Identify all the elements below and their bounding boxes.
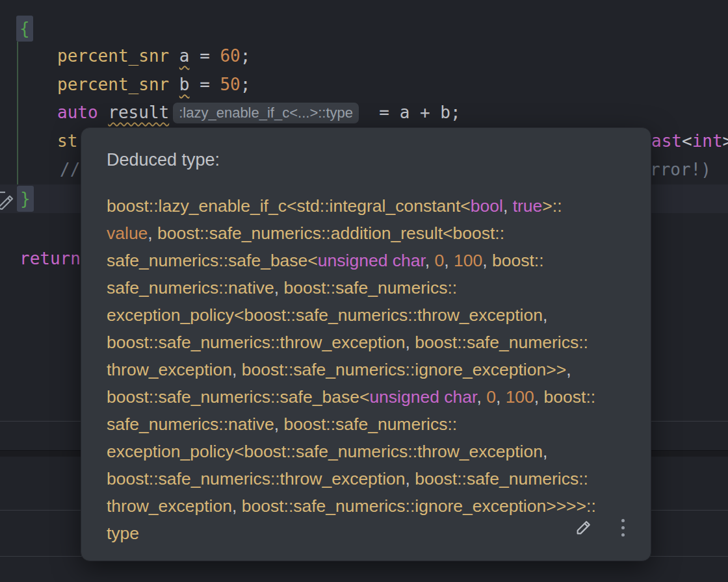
code-line-cast: ast<int> bbox=[651, 127, 728, 155]
type-token: , bbox=[232, 360, 242, 379]
open-brace-line: { bbox=[16, 14, 33, 42]
code-line-b: percent_snr b = 50; bbox=[57, 71, 250, 99]
type-token: boost::safe_numerics::safe_base< bbox=[107, 387, 369, 407]
type-token: boost:: bbox=[544, 387, 596, 407]
kebab-menu-icon[interactable] bbox=[612, 516, 634, 538]
type-token: , bbox=[232, 496, 242, 516]
code-token: > bbox=[723, 127, 728, 155]
type-token: , bbox=[444, 251, 454, 270]
code-token: percent_snr bbox=[57, 42, 169, 70]
popup-type-line: boost::lazy_enable_if_c<std::integral_co… bbox=[107, 192, 634, 220]
type-token: unsigned char bbox=[318, 251, 425, 270]
code-token: 60 bbox=[220, 42, 240, 70]
popup-type-text: boost::lazy_enable_if_c<std::integral_co… bbox=[107, 192, 634, 547]
type-token: , bbox=[543, 305, 547, 325]
code-token: // bbox=[60, 156, 80, 184]
code-line-a: percent_snr a = 60; bbox=[57, 42, 250, 70]
type-token: safe_numerics::safe_base< bbox=[107, 251, 318, 270]
type-token: boost::safe_numerics:: bbox=[284, 278, 458, 297]
code-token: ast bbox=[651, 127, 682, 155]
code-token: = bbox=[190, 42, 220, 70]
type-token: boost::safe_numerics::throw_exception bbox=[107, 469, 406, 488]
type-token: exception_policy<boost::safe_numerics::t… bbox=[107, 442, 543, 461]
type-token: 100 bbox=[454, 251, 482, 270]
code-line-comment-end: rror!) bbox=[650, 156, 711, 184]
code-token: return bbox=[20, 245, 81, 273]
type-token: boost::safe_numerics::ignore_exception>>… bbox=[242, 496, 596, 516]
type-token: boost::safe_numerics:: bbox=[415, 333, 588, 352]
code-token bbox=[169, 71, 179, 99]
type-token: unsigned char bbox=[369, 387, 476, 407]
type-token: boost::safe_numerics::addition_result<bo… bbox=[157, 223, 504, 243]
type-token: 0 bbox=[435, 251, 445, 270]
popup-title: Deduced type: bbox=[107, 150, 220, 170]
popup-type-line: exception_policy<boost::safe_numerics::t… bbox=[107, 438, 634, 465]
code-token bbox=[169, 42, 179, 70]
type-token: >:: bbox=[542, 196, 562, 216]
code-token: < bbox=[682, 127, 692, 155]
type-token: , bbox=[503, 196, 513, 216]
type-token: , bbox=[476, 387, 486, 407]
close-brace-line: } bbox=[17, 184, 34, 212]
popup-footer bbox=[573, 516, 634, 538]
type-token: boost::safe_numerics::ignore_exception>> bbox=[242, 360, 566, 379]
popup-type-line: throw_exception, boost::safe_numerics::i… bbox=[107, 356, 634, 383]
code-token: ; bbox=[240, 42, 251, 70]
code-line-comment: // bbox=[60, 156, 80, 184]
popup-type-line: boost::safe_numerics::throw_exception, b… bbox=[107, 465, 634, 492]
code-token: { bbox=[16, 16, 33, 42]
code-line-st: st bbox=[57, 127, 77, 155]
type-token: , bbox=[406, 333, 415, 352]
type-token: bool bbox=[471, 196, 503, 216]
type-token: boost:: bbox=[492, 251, 544, 270]
type-token: boost::safe_numerics:: bbox=[284, 414, 458, 434]
code-line-return: return bbox=[20, 245, 81, 273]
deduced-type-popup: Deduced type: boost::lazy_enable_if_c<st… bbox=[81, 127, 651, 561]
code-token: = bbox=[190, 71, 220, 99]
code-token: int bbox=[692, 127, 723, 155]
type-token: , bbox=[534, 387, 544, 407]
type-token: , bbox=[543, 442, 547, 461]
type-token: value bbox=[107, 223, 148, 243]
type-token: type bbox=[107, 524, 139, 543]
code-token: 50 bbox=[220, 71, 240, 99]
popup-type-line: safe_numerics::native, boost::safe_numer… bbox=[107, 274, 634, 301]
popup-type-line: type bbox=[107, 520, 634, 547]
inlay-hint-chip[interactable]: :lazy_enable_if_c<...>::type bbox=[173, 103, 359, 123]
type-token: , bbox=[566, 360, 571, 379]
type-token: safe_numerics::native bbox=[107, 414, 274, 434]
code-token: result bbox=[108, 99, 169, 127]
popup-type-line: safe_numerics::native, boost::safe_numer… bbox=[107, 411, 634, 438]
code-token: a bbox=[179, 42, 190, 70]
code-token: ; bbox=[240, 71, 251, 99]
code-token: percent_snr bbox=[57, 71, 169, 99]
type-token: boost::safe_numerics:: bbox=[415, 469, 588, 488]
pencil-icon[interactable] bbox=[573, 516, 595, 538]
type-token: 100 bbox=[506, 387, 534, 407]
code-token: st bbox=[57, 127, 77, 155]
code-token: auto bbox=[57, 99, 98, 127]
pencil-edit-icon[interactable] bbox=[0, 190, 17, 212]
code-token: rror!) bbox=[650, 156, 711, 184]
type-token: , bbox=[425, 251, 435, 270]
type-token: boost::lazy_enable_if_c<std::integral_co… bbox=[107, 196, 471, 216]
type-token: , bbox=[274, 414, 284, 434]
type-token: , bbox=[482, 251, 492, 270]
type-token: boost::safe_numerics::throw_exception bbox=[107, 333, 406, 352]
popup-type-line: boost::safe_numerics::throw_exception, b… bbox=[107, 329, 634, 356]
type-token: true bbox=[513, 196, 543, 216]
popup-type-line: value, boost::safe_numerics::addition_re… bbox=[107, 220, 634, 247]
type-token: throw_exception bbox=[107, 496, 232, 516]
type-token: , bbox=[406, 469, 415, 488]
indent-guide-line bbox=[17, 42, 18, 184]
code-token: = a + b; bbox=[359, 99, 461, 127]
popup-type-line: exception_policy<boost::safe_numerics::t… bbox=[107, 301, 634, 329]
type-token: safe_numerics::native bbox=[107, 278, 274, 297]
code-token: } bbox=[17, 186, 34, 212]
code-token: b bbox=[179, 71, 190, 99]
type-token: 0 bbox=[486, 387, 496, 407]
type-token: , bbox=[274, 278, 284, 297]
type-token: exception_policy<boost::safe_numerics::t… bbox=[107, 305, 543, 325]
code-token bbox=[98, 99, 109, 127]
code-line-auto-result: auto result:lazy_enable_if_c<...>::type … bbox=[57, 99, 461, 127]
